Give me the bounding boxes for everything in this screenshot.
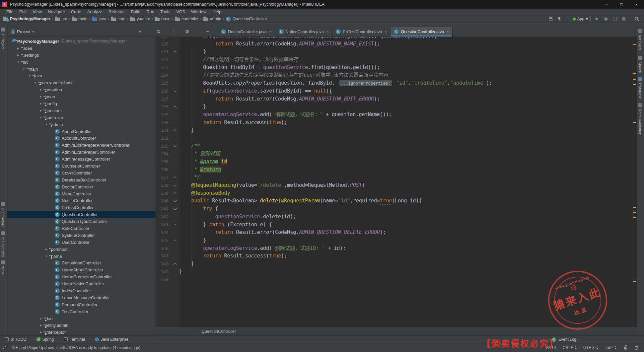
tool-button-terminal[interactable]: Terminal: [64, 337, 85, 342]
tree-item-bean[interactable]: ▶bean: [7, 93, 156, 100]
line-number[interactable]: 134: [156, 150, 171, 158]
code-line-144[interactable]: 144 return Result.error(CodeMsg.ADMIN_QU…: [156, 229, 637, 237]
tree-item-home[interactable]: ▼home: [7, 253, 156, 260]
tool-button-6-todo[interactable]: 6: TODO: [5, 337, 27, 342]
tree-collapse-arrow-icon[interactable]: ▶: [38, 324, 43, 327]
code-line-139[interactable]: 139 @ResponseBody: [156, 189, 637, 197]
tree-collapse-arrow-icon[interactable]: ▶: [38, 331, 43, 334]
code-line-120[interactable]: 120 return Result.error(CodeMsg.ADMIN_QU…: [156, 40, 637, 48]
menu-item-window[interactable]: Window: [188, 9, 209, 14]
code-line-131[interactable]: 131 }: [156, 126, 637, 134]
line-number[interactable]: 141: [156, 205, 171, 213]
code-line-148[interactable]: 148 }: [156, 260, 637, 268]
tree-collapse-arrow-icon[interactable]: ▶: [38, 317, 43, 320]
tree-item-common[interactable]: ▶common: [7, 246, 156, 253]
error-stripe-mark[interactable]: [633, 217, 636, 218]
tree-item-adminexampaperanswercontroller[interactable]: CAdminExamPaperAnswerController: [7, 142, 156, 149]
tree-item-homenoticecontroller[interactable]: CHomeNoticeController: [7, 280, 156, 287]
line-number[interactable]: 143: [156, 221, 171, 229]
code-line-123[interactable]: 123 Question findById = questionService.…: [156, 64, 637, 72]
line-number[interactable]: 144: [156, 229, 171, 237]
code-line-121[interactable]: 121 }: [156, 48, 637, 56]
tree-item-psychologymanager[interactable]: ▼PsychologyManagerE:\idea_space\Psycholo…: [7, 38, 156, 45]
tree-collapse-arrow-icon[interactable]: ▶: [38, 102, 43, 105]
tool-window-layout-icon[interactable]: [548, 16, 553, 22]
menu-item-vcs[interactable]: VCS: [173, 9, 188, 14]
fold-marker-icon[interactable]: [171, 87, 179, 95]
tree-item-aboutcontroller[interactable]: CAboutController: [7, 128, 156, 135]
menu-item-code[interactable]: Code: [68, 9, 84, 14]
tool-button-2-favorites[interactable]: 2: Favorites: [1, 231, 5, 257]
editor-tab-questioncontroller-java[interactable]: CQuestionController.java×: [391, 27, 453, 36]
tree-expand-arrow-icon[interactable]: ▼: [44, 123, 49, 126]
tree-item-annotion[interactable]: ▶annotion: [7, 86, 156, 93]
menu-item-tools[interactable]: Tools: [157, 9, 173, 14]
code-line-145[interactable]: 145 }: [156, 237, 637, 245]
code-line-146[interactable]: 146 operaterLogService.add("删除试题，试题ID: "…: [156, 245, 637, 252]
error-stripe-mark[interactable]: [633, 122, 636, 123]
fold-marker-icon[interactable]: [171, 103, 179, 111]
line-number[interactable]: 126: [156, 87, 171, 95]
hide-panel-icon[interactable]: ─: [206, 29, 209, 34]
error-stripe-mark[interactable]: [633, 79, 636, 80]
event-log-button[interactable]: 1 Event Log: [552, 337, 639, 342]
tree-expand-arrow-icon[interactable]: ▼: [27, 74, 32, 77]
tree-item-noticecontroller[interactable]: CNoticeController: [7, 197, 156, 204]
tool-window-switcher-icon[interactable]: [3, 346, 7, 350]
code-line-137[interactable]: 137 */: [156, 174, 637, 181]
close-button[interactable]: ×: [629, 0, 644, 9]
tree-expand-arrow-icon[interactable]: ▼: [38, 116, 43, 119]
tree-item-accountcontroller[interactable]: CAccountController: [7, 135, 156, 142]
menu-item-build[interactable]: Build: [128, 9, 143, 14]
code-line-124[interactable]: 124 //讲提交的试题信息指定字段复制到已存在的user对象中,该方法会覆盖新…: [156, 71, 637, 79]
code-line-143[interactable]: 143 } catch (Exception e) {: [156, 221, 637, 229]
tool-button-database[interactable]: Database: [638, 77, 642, 99]
tree-item-adminmessagecontroller[interactable]: CAdminMessageController: [7, 156, 156, 163]
code-line-138[interactable]: 138 @RequestMapping(value="/delete",meth…: [156, 181, 637, 189]
tree-item-homeaboutcontroller[interactable]: CHomeAboutController: [7, 266, 156, 273]
breadcrumb-item-src[interactable]: src: [55, 17, 67, 21]
error-stripe-mark[interactable]: [633, 84, 636, 85]
code-line-130[interactable]: 130 return Result.success(true);: [156, 119, 637, 127]
fold-marker-icon[interactable]: [171, 237, 179, 245]
tree-item-main[interactable]: ▼main: [7, 66, 156, 73]
fold-marker-icon[interactable]: [171, 221, 179, 229]
menu-item-file[interactable]: File: [3, 9, 16, 14]
project-panel-header[interactable]: Project ▾: [11, 29, 34, 34]
line-number[interactable]: 142: [156, 213, 171, 221]
line-number[interactable]: 133: [156, 142, 171, 150]
breadcrumb-item-questioncontroller[interactable]: CQuestionController: [226, 17, 267, 22]
debug-bug-icon[interactable]: [603, 16, 608, 22]
error-stripe-mark[interactable]: [633, 207, 636, 208]
tab-close-icon[interactable]: ×: [269, 30, 272, 34]
tree-item-homecorrectioncontroller[interactable]: CHomeCorrectionController: [7, 273, 156, 280]
caret-position[interactable]: 28:14: [546, 345, 556, 350]
tool-button-7-structure[interactable]: 7: Structure: [1, 202, 5, 227]
code-line-149[interactable]: 149}: [156, 268, 637, 276]
menu-item-analyze[interactable]: Analyze: [84, 9, 106, 14]
tool-button-1-project[interactable]: 1: Project: [1, 28, 5, 49]
tree-item--settings[interactable]: ▶.settings: [7, 52, 156, 59]
line-number[interactable]: 136: [156, 166, 171, 174]
tree-expand-arrow-icon[interactable]: ▼: [44, 255, 49, 258]
tool-button-bean-validation[interactable]: Bean Validation: [638, 103, 642, 135]
tool-button-maven[interactable]: Maven: [638, 56, 642, 73]
line-number[interactable]: 127: [156, 95, 171, 103]
code-line-127[interactable]: 127 return Result.error(CodeMsg.ADMIN_QU…: [156, 95, 637, 103]
tool-button-java-enterprise[interactable]: Java Enterprise: [95, 337, 128, 342]
tab-close-icon[interactable]: ×: [385, 30, 387, 34]
code-line-128[interactable]: 128 }: [156, 103, 637, 111]
line-number[interactable]: 140: [156, 197, 171, 205]
tree-collapse-arrow-icon[interactable]: ▶: [44, 248, 49, 251]
line-number[interactable]: 125: [156, 79, 171, 87]
line-number[interactable]: 138: [156, 181, 171, 189]
tree-item-databasebakcontroller[interactable]: CDatabaseBakController: [7, 176, 156, 183]
tree-item-questioncontroller[interactable]: CQuestionController: [7, 211, 156, 218]
line-number[interactable]: 145: [156, 237, 171, 245]
tree-item-admin[interactable]: ▼admin: [7, 121, 156, 128]
menu-item-help[interactable]: Help: [209, 9, 224, 14]
breadcrumb-item-admin[interactable]: admin: [203, 17, 221, 21]
line-number[interactable]: 150: [156, 276, 171, 284]
tree-collapse-arrow-icon[interactable]: ▶: [16, 47, 21, 50]
fold-marker-icon[interactable]: [171, 181, 179, 189]
